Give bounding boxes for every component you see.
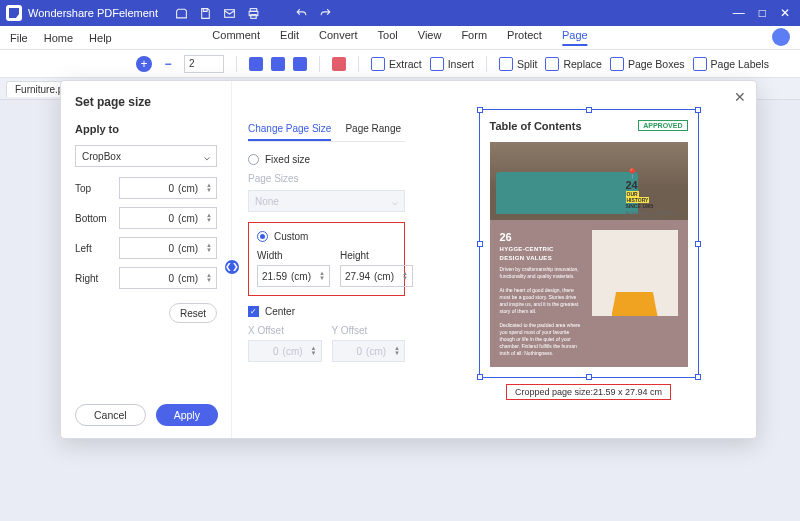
menu-comment[interactable]: Comment: [212, 29, 260, 46]
crop-handle[interactable]: [695, 374, 701, 380]
yoffset-input: 0(cm)▲▼: [332, 340, 406, 362]
custom-radio[interactable]: Custom: [257, 231, 396, 242]
window-maximize[interactable]: □: [759, 6, 766, 20]
cancel-button[interactable]: Cancel: [75, 404, 146, 426]
margins-pane: Set page size Apply to CropBox⌵ Top 0(cm…: [61, 81, 231, 438]
page-boxes-icon: [610, 57, 624, 71]
dialog-close-icon[interactable]: ✕: [734, 89, 746, 105]
page-content: Table of Contents APPROVED 📍 24 OUR HIST…: [480, 110, 698, 377]
card-section: 26 HYGGE-CENTRICDESIGN VALUES Driven by …: [490, 220, 688, 367]
right-input[interactable]: 0(cm)▲▼: [119, 267, 217, 289]
crop-handle[interactable]: [477, 374, 483, 380]
delete-page-icon[interactable]: [332, 57, 346, 71]
toc-heading: Table of Contents: [490, 120, 582, 132]
extract-button[interactable]: Extract: [371, 57, 422, 71]
menu-protect[interactable]: Protect: [507, 29, 542, 46]
user-avatar-icon[interactable]: [772, 28, 790, 46]
menu-form[interactable]: Form: [461, 29, 487, 46]
zoom-minus-button[interactable]: −: [160, 56, 176, 72]
pane-collapse-icon[interactable]: ❮❯: [225, 260, 239, 274]
set-page-size-dialog: ✕ Set page size Apply to CropBox⌵ Top 0(…: [60, 80, 757, 439]
app-name: Wondershare PDFelement: [28, 7, 158, 19]
menu-file[interactable]: File: [10, 32, 28, 44]
split-button[interactable]: Split: [499, 57, 537, 71]
window-close[interactable]: ✕: [780, 6, 790, 20]
reset-button[interactable]: Reset: [169, 303, 217, 323]
mail-icon[interactable]: [222, 6, 236, 20]
page-preview[interactable]: Table of Contents APPROVED 📍 24 OUR HIST…: [479, 109, 699, 378]
page-thumb3-icon[interactable]: [293, 57, 307, 71]
crop-handle[interactable]: [586, 374, 592, 380]
height-label: Height: [340, 250, 413, 261]
top-label: Top: [75, 183, 119, 194]
width-input[interactable]: 21.59(cm)▲▼: [257, 265, 330, 287]
app-logo-icon: [6, 5, 22, 21]
menu-edit[interactable]: Edit: [280, 29, 299, 46]
menu-help[interactable]: Help: [89, 32, 112, 44]
page-labels-button[interactable]: Page Labels: [693, 57, 769, 71]
top-input[interactable]: 0(cm)▲▼: [119, 177, 217, 199]
insert-icon: [430, 57, 444, 71]
left-label: Left: [75, 243, 119, 254]
menu-tool[interactable]: Tool: [378, 29, 398, 46]
extract-icon: [371, 57, 385, 71]
chevron-down-icon: ⌵: [392, 196, 398, 207]
print-icon[interactable]: [246, 6, 260, 20]
tab-page-range[interactable]: Page Range: [345, 123, 401, 141]
pin-icon: 📍: [626, 168, 638, 179]
replace-icon: [545, 57, 559, 71]
crop-handle[interactable]: [477, 241, 483, 247]
bottom-label: Bottom: [75, 213, 119, 224]
page-labels-icon: [693, 57, 707, 71]
page-number-input[interactable]: 2: [184, 55, 224, 73]
page-sizes-label: Page Sizes: [248, 173, 405, 184]
custom-size-group: Custom Width 21.59(cm)▲▼ Height 27.94(cm…: [248, 222, 405, 296]
approved-stamp: APPROVED: [638, 120, 687, 131]
dialog-title: Set page size: [75, 95, 217, 109]
width-label: Width: [257, 250, 330, 261]
apply-to-label: Apply to: [75, 123, 217, 135]
crop-handle[interactable]: [695, 107, 701, 113]
xoffset-label: X Offset: [248, 325, 322, 336]
window-minimize[interactable]: —: [733, 6, 745, 20]
crop-size-readout: Cropped page size:21.59 x 27.94 cm: [506, 384, 671, 400]
crop-handle[interactable]: [477, 107, 483, 113]
height-input[interactable]: 27.94(cm)▲▼: [340, 265, 413, 287]
size-pane: ❮❯ Change Page Size Page Range Fixed siz…: [231, 81, 421, 438]
left-input[interactable]: 0(cm)▲▼: [119, 237, 217, 259]
undo-icon[interactable]: [294, 6, 308, 20]
zoom-add-button[interactable]: +: [136, 56, 152, 72]
menu-home[interactable]: Home: [44, 32, 73, 44]
page-thumb2-icon[interactable]: [271, 57, 285, 71]
redo-icon[interactable]: [318, 6, 332, 20]
xoffset-input: 0(cm)▲▼: [248, 340, 322, 362]
cropbox-dropdown[interactable]: CropBox⌵: [75, 145, 217, 167]
preview-pane: Table of Contents APPROVED 📍 24 OUR HIST…: [421, 81, 756, 438]
page-boxes-button[interactable]: Page Boxes: [610, 57, 685, 71]
insert-button[interactable]: Insert: [430, 57, 474, 71]
menu-bar: File Home Help Comment Edit Convert Tool…: [0, 26, 800, 50]
menu-view[interactable]: View: [418, 29, 442, 46]
title-bar: Wondershare PDFelement — □ ✕: [0, 0, 800, 26]
apply-button[interactable]: Apply: [156, 404, 218, 426]
crop-handle[interactable]: [586, 107, 592, 113]
chair-image: [592, 230, 678, 316]
crop-handle[interactable]: [695, 241, 701, 247]
center-checkbox[interactable]: ✓Center: [248, 306, 405, 317]
chevron-down-icon: ⌵: [204, 151, 210, 162]
page-thumb1-icon[interactable]: [249, 57, 263, 71]
fixed-size-radio[interactable]: Fixed size: [248, 154, 405, 165]
replace-button[interactable]: Replace: [545, 57, 602, 71]
menu-page[interactable]: Page: [562, 29, 588, 46]
save-icon[interactable]: [198, 6, 212, 20]
split-icon: [499, 57, 513, 71]
right-label: Right: [75, 273, 119, 284]
bottom-input[interactable]: 0(cm)▲▼: [119, 207, 217, 229]
yoffset-label: Y Offset: [332, 325, 406, 336]
page-sizes-dropdown: None⌵: [248, 190, 405, 212]
menu-convert[interactable]: Convert: [319, 29, 358, 46]
quick-access-toolbar: [174, 6, 260, 20]
tab-change-page-size[interactable]: Change Page Size: [248, 123, 331, 141]
page-toolbar: + − 2 Extract Insert Split Replace Page …: [0, 50, 800, 78]
open-icon[interactable]: [174, 6, 188, 20]
